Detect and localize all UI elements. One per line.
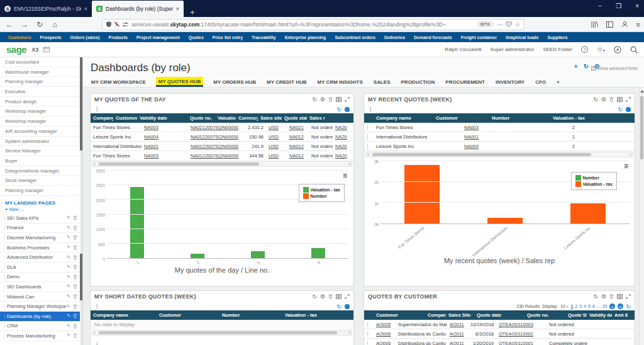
- filter-dot-icon[interactable]: [345, 304, 350, 309]
- column-header[interactable]: Quote date: [474, 310, 525, 320]
- scroll-right-icon[interactable]: ›: [348, 161, 350, 167]
- back-icon[interactable]: ←: [4, 20, 15, 29]
- dashboard-tab[interactable]: SALES: [373, 77, 391, 87]
- column-header[interactable]: Company name: [91, 113, 113, 123]
- landing-page-item[interactable]: ⋮ Advanced Distribution ✎: [0, 252, 82, 263]
- filter-dot-icon[interactable]: [345, 107, 350, 112]
- scroll-right-icon[interactable]: ›: [630, 152, 631, 157]
- cell-site-link[interactable]: NA021: [287, 123, 309, 132]
- tab-close-icon[interactable]: ×: [84, 6, 87, 12]
- landing-page-item[interactable]: ⋮ DLA ✎: [0, 263, 82, 273]
- refresh-data-icon[interactable]: ↻: [618, 106, 623, 113]
- edit-icon[interactable]: ✎: [67, 294, 70, 299]
- chart-menu-icon[interactable]: ≡: [624, 162, 628, 171]
- row-menu-icon[interactable]: ⋮: [364, 339, 374, 345]
- main-vertical-scrollbar[interactable]: [639, 88, 644, 345]
- shield-icon[interactable]: [106, 21, 111, 27]
- delete-icon[interactable]: [73, 274, 77, 280]
- library-icon[interactable]: [591, 21, 598, 28]
- horizontal-scrollbar[interactable]: ‹ ›: [365, 152, 633, 157]
- delete-icon[interactable]: [73, 333, 77, 338]
- scrollbar-thumb[interactable]: [80, 57, 82, 150]
- page-number[interactable]: 6: [592, 304, 595, 308]
- horizontal-scrollbar[interactable]: ‹ ›: [92, 161, 352, 167]
- delete-icon[interactable]: [73, 324, 77, 329]
- column-header[interactable]: Sales r: [307, 113, 328, 123]
- module-nav-item[interactable]: Products: [104, 35, 132, 40]
- widget-menu-icon[interactable]: ⋮: [94, 303, 99, 309]
- column-header[interactable]: Validity date: [587, 310, 612, 320]
- bookmark-star-icon[interactable]: ☆: [515, 21, 520, 28]
- zoom-level-badge[interactable]: 67%: [477, 21, 494, 28]
- cell-currency-link[interactable]: USD: [266, 151, 287, 160]
- widget-menu-icon[interactable]: ⋮: [94, 106, 99, 112]
- delete-icon[interactable]: [73, 245, 77, 250]
- new-landing-page-button[interactable]: + New ...: [0, 206, 82, 213]
- window-restore-icon[interactable]: ❐: [616, 3, 621, 9]
- landing-page-item[interactable]: ⋮ Business Processes ✎: [0, 243, 82, 253]
- refresh-data-icon[interactable]: ↻: [626, 303, 631, 310]
- dashboard-tab[interactable]: CFO: [535, 77, 547, 87]
- cell-quote-link[interactable]: NA0122007SQN00000004: [188, 132, 238, 141]
- cell-quote-link[interactable]: QTEAO0110002: [496, 329, 547, 338]
- gear-icon[interactable]: ⚙: [320, 293, 325, 300]
- refresh-icon[interactable]: ↻: [312, 293, 317, 300]
- chart-menu-icon[interactable]: ≡: [343, 171, 347, 180]
- expand-icon[interactable]: [345, 97, 350, 102]
- module-nav-item[interactable]: Suppliers: [543, 35, 572, 40]
- trash-icon[interactable]: [328, 294, 333, 299]
- column-header[interactable]: Sales site: [258, 113, 282, 123]
- column-header[interactable]: Quote no.: [525, 310, 565, 320]
- folder-name[interactable]: SEED Folder: [543, 47, 572, 52]
- table-row[interactable]: ⋮ Leisure Sports Inc NA004 2: [364, 142, 635, 151]
- cell-customer-link[interactable]: NA004: [462, 142, 521, 150]
- table-row[interactable]: ⋮ AO006 Distribuidora do Caxito AO011 8/…: [364, 329, 635, 339]
- row-menu-icon[interactable]: ⋮: [364, 320, 374, 329]
- module-nav-item[interactable]: Freight container: [457, 35, 501, 40]
- delete-icon[interactable]: [73, 294, 77, 299]
- menu-icon[interactable]: ≡: [636, 21, 640, 28]
- landing-page-item[interactable]: ⋮ Finance ✎: [0, 223, 82, 234]
- drag-handle-icon[interactable]: ⋮: [3, 264, 7, 269]
- cell-currency-link[interactable]: USD: [266, 123, 287, 132]
- cell-site-link[interactable]: NA012: [287, 132, 309, 141]
- landing-page-item[interactable]: ⋮ Discrete Manufacturing ✎: [0, 233, 82, 243]
- scrollbar-thumb[interactable]: [99, 162, 259, 166]
- gear-icon[interactable]: ⚙: [320, 96, 325, 103]
- dashboard-tab[interactable]: +: [556, 77, 560, 87]
- module-nav-item[interactable]: Subcontract orders: [330, 35, 380, 40]
- sidebar-scrollbar[interactable]: [80, 57, 82, 345]
- dashboard-tab[interactable]: MY CRM INSIGHTS: [317, 77, 364, 87]
- browser-tab-dashboards[interactable]: S Dashboards (by role) (Super ad ×: [92, 1, 184, 17]
- table-row[interactable]: International Distributors NA001 NA01220…: [91, 142, 354, 151]
- refresh-data-icon[interactable]: ↻: [336, 106, 341, 113]
- sidebar-role-item[interactable]: Workshop manager: [0, 106, 82, 116]
- table-row[interactable]: ⋮ AO006 Distribuidora do Caxito AO011 1/…: [364, 339, 635, 345]
- table-row[interactable]: ⋮ AO005 Supermercados do Marçal AO011 10…: [364, 320, 635, 329]
- scroll-left-icon[interactable]: ‹: [367, 152, 369, 157]
- user-name[interactable]: Ralph Ceccarelli: [445, 47, 481, 52]
- table-row[interactable]: ⋮ Fun Times Stores NA003 2: [364, 123, 635, 132]
- table-view-icon[interactable]: [617, 294, 623, 299]
- tab-close-icon[interactable]: ×: [176, 6, 179, 12]
- cell-site-link[interactable]: AO011: [447, 329, 468, 338]
- column-header[interactable]: Quote status: [282, 113, 307, 123]
- delete-icon[interactable]: [73, 284, 77, 289]
- cell-rep-link[interactable]: NA20: [333, 123, 354, 132]
- gear-icon[interactable]: ⚙: [601, 96, 606, 103]
- window-minimize-icon[interactable]: −: [598, 3, 602, 9]
- column-header[interactable]: Currency: [236, 113, 258, 123]
- refresh-page-icon[interactable]: ↻: [584, 63, 589, 70]
- module-nav-item[interactable]: Prospects: [36, 35, 66, 40]
- column-header[interactable]: Valuation - tax: [550, 113, 587, 123]
- cell-site-link[interactable]: NA012: [287, 142, 309, 150]
- scrollbar-thumb[interactable]: [640, 96, 643, 159]
- page-actions-icon[interactable]: ⋯: [497, 21, 502, 28]
- drag-handle-icon[interactable]: ⋮: [3, 225, 7, 230]
- drag-handle-icon[interactable]: ⋮: [3, 215, 7, 220]
- drag-handle-icon[interactable]: ⋮: [3, 324, 7, 329]
- home-icon[interactable]: ⌂: [49, 20, 60, 29]
- module-nav-item[interactable]: Customers: [4, 35, 36, 40]
- page-number[interactable]: 4: [584, 304, 586, 308]
- sidebar-role-item[interactable]: Executive: [0, 87, 82, 97]
